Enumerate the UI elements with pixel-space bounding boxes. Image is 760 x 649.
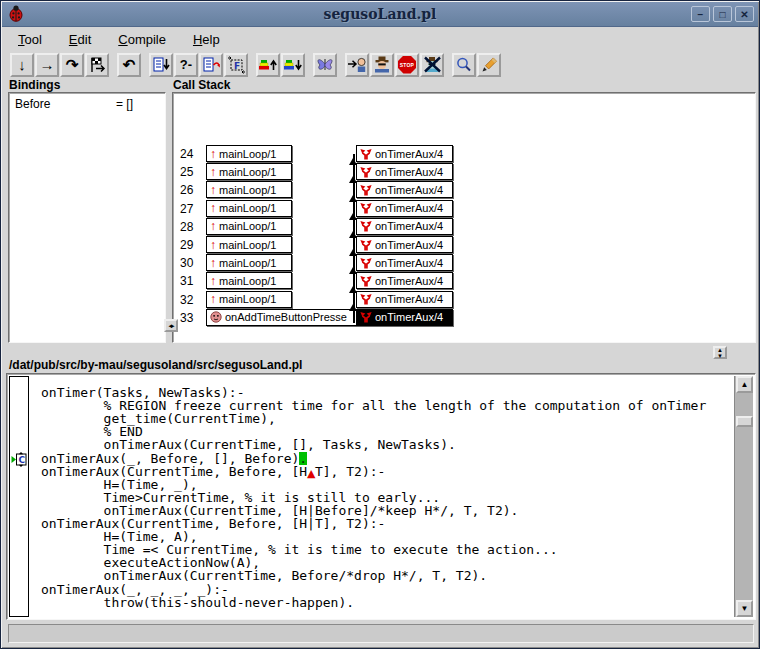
edit-button[interactable] (477, 53, 501, 77)
frame-label: mainLoop/1 (219, 166, 277, 178)
code-line: onTimerAux(_, Before, [], Before). (41, 452, 307, 465)
horizontal-sash-grip[interactable]: ▲▼ (713, 346, 727, 359)
stack-frame-call[interactable]: ↑mainLoop/1 (206, 145, 292, 162)
fork-arrows-icon (360, 166, 375, 178)
title-bar[interactable]: segusoLand.pl − □ ✕ (2, 2, 758, 27)
fork-arrows-icon (360, 202, 375, 214)
menu-tool[interactable]: Tool (9, 30, 51, 50)
edit-icon (480, 56, 498, 74)
frame-label: mainLoop/1 (219, 148, 277, 160)
stack-frame-ontimeraux[interactable]: onTimerAux/4 (356, 181, 453, 198)
stack-frame-ontimeraux[interactable]: onTimerAux/4 (356, 200, 453, 217)
code-text-area[interactable]: onTimer(Tasks, NewTasks):- % REGION free… (37, 374, 733, 619)
maximize-button[interactable]: □ (713, 6, 732, 22)
menu-help[interactable]: Help (184, 30, 229, 50)
call-stack-frame-number: 33 (180, 311, 193, 325)
stack-frame-ontimeraux-selected[interactable]: onTimerAux/4 (356, 309, 453, 326)
minimize-button[interactable]: − (691, 6, 710, 22)
frame-label: onTimerAux/4 (375, 275, 443, 287)
frame-link-arrow-icon (349, 231, 357, 238)
scroll-down-button[interactable]: ▼ (736, 600, 753, 617)
query-button[interactable]: ?- (174, 53, 198, 77)
stack-frame-call[interactable]: ↑mainLoop/1 (206, 200, 292, 217)
frame-label: onTimerAux/4 (375, 202, 443, 214)
frame-link-arrow-icon (349, 267, 357, 274)
fork-arrows-icon (360, 239, 375, 251)
menu-edit[interactable]: Edit (60, 30, 100, 50)
call-stack-frame-number: 30 (180, 256, 193, 270)
frame-label: onTimerAux/4 (375, 220, 443, 232)
butterfly-button[interactable] (313, 53, 337, 77)
fork-arrows-icon (360, 148, 375, 160)
no-spy-button[interactable] (420, 53, 444, 77)
current-clause-icon: C (11, 452, 28, 471)
binding-row[interactable]: Before = [] (9, 93, 165, 111)
stack-frame-ontimeraux[interactable]: onTimerAux/4 (356, 291, 453, 308)
fork-arrows-icon (360, 220, 375, 232)
frame-label: onTimerAux/4 (375, 257, 443, 269)
frame-label: mainLoop/1 (219, 220, 277, 232)
stack-frame-call[interactable]: ↑mainLoop/1 (206, 236, 292, 253)
stack-frame-call[interactable]: ↑mainLoop/1 (206, 163, 292, 180)
stack-frame-call[interactable]: ↑mainLoop/1 (206, 254, 292, 271)
red-up-arrow-icon: ↑ (210, 257, 216, 269)
call-stack-frame-number: 26 (180, 183, 193, 197)
frame-label: onTimerAux/4 (375, 311, 443, 323)
code-line: Time =< CurrentTime, % it is time to exe… (41, 543, 558, 556)
stack-frame-call[interactable]: ↑mainLoop/1 (206, 218, 292, 235)
stack-frame-ontimeraux[interactable]: onTimerAux/4 (356, 272, 453, 289)
menu-bar: ToolEditCompileHelp (9, 30, 238, 50)
listing-down-button[interactable] (149, 53, 173, 77)
toolbar: ↓→↷↶?-FSTOP (10, 52, 502, 77)
vertical-sash-grip[interactable]: ◂▸ (164, 319, 178, 332)
stack-frame-call[interactable]: ↑mainLoop/1 (206, 291, 292, 308)
code-line: onTimerAux(CurrentTime, Before/*drop H*/… (41, 569, 487, 582)
redo-button[interactable]: ↷ (60, 53, 84, 77)
code-line: % REGION freeze current time for all the… (41, 399, 706, 412)
code-line: onTimerAux(_, _, _, _):- (41, 583, 229, 596)
undo-button[interactable]: ↶ (117, 53, 141, 77)
step-into-button[interactable]: ↓ (10, 53, 34, 77)
code-line: Time>CurrentTime, % it is still to early… (41, 491, 440, 504)
skip-to-user-button[interactable] (345, 53, 369, 77)
listing-redo-button[interactable] (199, 53, 223, 77)
stack-frame-ontimeraux[interactable]: onTimerAux/4 (356, 145, 453, 162)
stack-frame-event[interactable]: onAddTimeButtonPresse (206, 309, 357, 326)
goto-frame-button[interactable]: F (224, 53, 248, 77)
stack-frame-ontimeraux[interactable]: onTimerAux/4 (356, 218, 453, 235)
stack-up-button[interactable] (256, 53, 280, 77)
code-line: onTimer(Tasks, NewTasks):- (41, 386, 245, 399)
stack-frame-call[interactable]: ↑mainLoop/1 (206, 181, 292, 198)
breakpoint-gutter[interactable]: C (9, 376, 29, 617)
stop-button[interactable]: STOP (395, 53, 419, 77)
red-up-arrow-icon: ↑ (210, 184, 216, 196)
red-up-arrow-icon: ↑ (210, 166, 216, 178)
vertical-scrollbar[interactable]: ▲ ▼ (734, 376, 753, 617)
goto-frame-icon: F (227, 56, 246, 74)
close-button[interactable]: ✕ (735, 6, 754, 22)
skip-to-user-icon (347, 56, 367, 73)
step-over-button[interactable]: → (35, 53, 59, 77)
call-stack-panel: 24↑mainLoop/1onTimerAux/425↑mainLoop/1on… (172, 92, 756, 343)
stop-icon: STOP (398, 56, 416, 74)
spy-button[interactable] (370, 53, 394, 77)
run-to-end-icon (88, 56, 107, 74)
menu-compile[interactable]: Compile (109, 30, 175, 50)
scrollbar-thumb[interactable] (736, 416, 753, 427)
scroll-up-button[interactable]: ▲ (736, 376, 753, 393)
call-stack-frame-number: 31 (180, 274, 193, 288)
frame-label: mainLoop/1 (219, 202, 277, 214)
search-button[interactable] (452, 53, 476, 77)
run-to-end-button[interactable] (85, 53, 109, 77)
stack-frame-ontimeraux[interactable]: onTimerAux/4 (356, 163, 453, 180)
stack-frame-ontimeraux[interactable]: onTimerAux/4 (356, 254, 453, 271)
bindings-label: Bindings (9, 78, 60, 92)
frame-label: onTimerAux/4 (375, 166, 443, 178)
stack-down-button[interactable] (281, 53, 305, 77)
code-line: get_time(CurrentTime), (41, 412, 276, 425)
stack-frame-call[interactable]: ↑mainLoop/1 (206, 272, 292, 289)
red-up-arrow-icon: ↑ (210, 239, 216, 251)
fork-arrows-icon (360, 293, 375, 305)
stack-frame-ontimeraux[interactable]: onTimerAux/4 (356, 236, 453, 253)
frame-link-arrow-icon (349, 286, 357, 293)
